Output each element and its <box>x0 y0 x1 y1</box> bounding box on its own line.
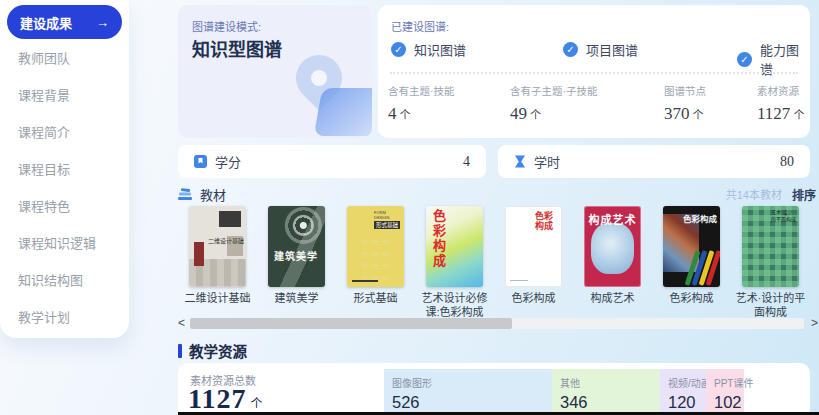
book-cover-text: 色彩构成 <box>683 212 717 224</box>
credit-icon <box>194 155 207 168</box>
category-value: 526 <box>392 393 552 412</box>
hours-card: 学时 80 <box>498 145 810 178</box>
category-value: 346 <box>560 393 660 412</box>
book-cover-text: 形式基础 <box>374 221 400 229</box>
book-item[interactable]: 色彩构成 色彩构成 <box>494 206 573 320</box>
book-cover-text: 色彩构成 <box>535 211 557 232</box>
book-item[interactable]: 色彩构成 色彩构成 <box>652 206 731 320</box>
horizontal-scrollbar: < > <box>178 316 818 330</box>
checkbox-project-graph[interactable]: ✓ 项目图谱 <box>563 40 638 59</box>
category-label: 视频/动画 <box>668 375 706 390</box>
book-title: 色彩构成 <box>670 292 714 306</box>
book-cover[interactable]: 色彩构成 <box>426 206 483 287</box>
book-cover[interactable]: 色彩构成 <box>663 206 720 287</box>
book-item[interactable]: FORM DESIGN BASICS 形式基础 ☆ ☆ ☆ ☆ ☆ ☆ ☆ ☆ … <box>336 206 415 320</box>
credit-label: 学分 <box>215 152 241 171</box>
stat-label: 含有子主题·子技能 <box>510 83 598 98</box>
book-cover-text: 二维设计基础 <box>208 236 244 245</box>
book-item[interactable]: 二维设计基础 二维设计基础 <box>178 206 257 320</box>
category-label: 其他 <box>560 375 660 390</box>
book-cover-text: 建筑美学 <box>274 248 318 263</box>
total-resources-value: 1127个 <box>188 383 263 412</box>
book-title: 构成艺术 <box>591 292 635 306</box>
stat-topics: 含有主题·技能 4个 <box>388 83 455 124</box>
hours-label: 学时 <box>534 152 560 171</box>
section-bar-decoration <box>178 344 182 358</box>
book-item[interactable]: 色彩构成 艺术设计必修课:色彩构成 <box>415 206 494 320</box>
stat-value: 370个 <box>664 104 706 124</box>
credit-card: 学分 4 <box>178 145 486 178</box>
book-title: 建筑美学 <box>275 292 319 306</box>
sidebar-item[interactable]: 课程背景 <box>0 76 129 113</box>
books-icon <box>178 188 193 201</box>
stat-subtopics: 含有子主题·子技能 49个 <box>510 83 598 124</box>
book-title: 色彩构成 <box>512 292 556 306</box>
checkbox-knowledge-graph[interactable]: ✓ 知识图谱 <box>391 40 466 59</box>
screen: 建设成果 → 教师团队 课程背景 课程简介 课程目标 课程特色 课程知识逻辑 知… <box>0 0 819 415</box>
stat-value: 49个 <box>510 104 598 124</box>
sidebar-menu: 教师团队 课程背景 课程简介 课程目标 课程特色 课程知识逻辑 知识结构图 教学… <box>0 39 129 335</box>
sidebar-item[interactable]: 教师团队 <box>0 39 129 76</box>
stat-label: 含有主题·技能 <box>388 83 455 98</box>
resources-header: 教学资源 <box>178 340 247 361</box>
book-title: 二维设计基础 <box>185 292 251 306</box>
textbooks-title: 教材 <box>200 185 226 204</box>
sidebar-item[interactable]: 课程简介 <box>0 113 129 150</box>
book-item[interactable]: 构成艺术 构成艺术 <box>573 206 652 320</box>
book-cover-text: 色彩构成 <box>429 209 448 269</box>
sidebar-item[interactable]: 课程目标 <box>0 150 129 187</box>
sidebar-item[interactable]: 知识结构图 <box>0 261 129 298</box>
scroll-left-arrow[interactable]: < <box>178 316 185 330</box>
book-cover[interactable]: 二维设计基础 <box>189 206 246 287</box>
book-title: 形式基础 <box>354 292 398 306</box>
resources-title: 教学资源 <box>189 340 247 361</box>
book-cover[interactable]: 艺术·设计的平面构成 <box>742 206 799 287</box>
arrow-right-icon: → <box>96 15 109 30</box>
book-cover[interactable]: 构成艺术 <box>584 206 641 287</box>
resources-card: 素材资源总数 1127个 图像图形 526 其他 346 视频/动画 120 P… <box>178 363 810 412</box>
book-cover[interactable]: 建筑美学 <box>268 206 325 287</box>
sidebar-item[interactable]: 课程特色 <box>0 187 129 224</box>
category-value: 102 <box>714 393 744 412</box>
hours-value: 80 <box>780 154 794 170</box>
category-label: 图像图形 <box>392 375 552 390</box>
checkbox-label: 知识图谱 <box>414 40 466 59</box>
built-graphs-card: 已建设图谱: ✓ 知识图谱 ✓ 项目图谱 ✓ 能力图谱 含有主题·技能 4个 含… <box>378 5 810 138</box>
graph-mode-title: 知识型图谱 <box>192 35 282 61</box>
checkbox-label: 项目图谱 <box>586 40 638 59</box>
scrollbar-thumb[interactable] <box>190 318 512 329</box>
category-other: 其他 346 <box>552 369 660 412</box>
category-value: 120 <box>668 393 706 412</box>
stat-value: 4个 <box>388 104 455 124</box>
category-images: 图像图形 526 <box>384 369 552 412</box>
check-icon: ✓ <box>563 42 578 57</box>
sort-button[interactable]: 排序 <box>792 186 816 203</box>
sidebar-item-active[interactable]: 建设成果 → <box>7 5 122 39</box>
stat-label: 素材资源 <box>757 83 804 98</box>
book-cover[interactable]: 色彩构成 <box>505 206 562 287</box>
hourglass-icon <box>514 155 526 168</box>
book-cover-art <box>591 223 634 274</box>
book-item[interactable]: 建筑美学 建筑美学 <box>257 206 336 320</box>
tile-decoration <box>314 88 372 136</box>
textbooks-shelf: 二维设计基础 二维设计基础 建筑美学 建筑美学 FORM DESIGN BASI… <box>178 206 810 320</box>
scrollbar-track[interactable] <box>190 318 804 329</box>
scroll-right-arrow[interactable]: > <box>811 316 818 330</box>
category-ppt: PPT课件 102 <box>706 369 744 412</box>
textbooks-header: 教材 共14本教材 排序 <box>178 185 816 203</box>
category-video: 视频/动画 120 <box>660 369 706 412</box>
check-icon: ✓ <box>391 42 406 57</box>
sidebar-item[interactable]: 教学计划 <box>0 298 129 335</box>
stars-decoration: ☆ ☆ ☆ ☆ ☆ ☆ ☆ ☆ ☆ ☆ ☆ ☆ <box>347 236 404 284</box>
sidebar: 建设成果 → 教师团队 课程背景 课程简介 课程目标 课程特色 课程知识逻辑 知… <box>0 0 129 338</box>
resource-categories: 图像图形 526 其他 346 视频/动画 120 PPT课件 102 <box>384 369 744 412</box>
dotted-divider <box>390 72 798 74</box>
category-label: PPT课件 <box>714 375 744 390</box>
graph-mode-card: 图谱建设模式: 知识型图谱 <box>178 5 372 138</box>
stat-label: 图谱节点 <box>664 83 706 98</box>
check-icon: ✓ <box>737 52 752 67</box>
book-cover[interactable]: FORM DESIGN BASICS 形式基础 ☆ ☆ ☆ ☆ ☆ ☆ ☆ ☆ … <box>347 206 404 287</box>
book-item[interactable]: 艺术·设计的平面构成 艺术·设计的平面构成 <box>731 206 810 320</box>
sidebar-item[interactable]: 课程知识逻辑 <box>0 224 129 261</box>
sidebar-active-label: 建设成果 <box>20 13 72 32</box>
